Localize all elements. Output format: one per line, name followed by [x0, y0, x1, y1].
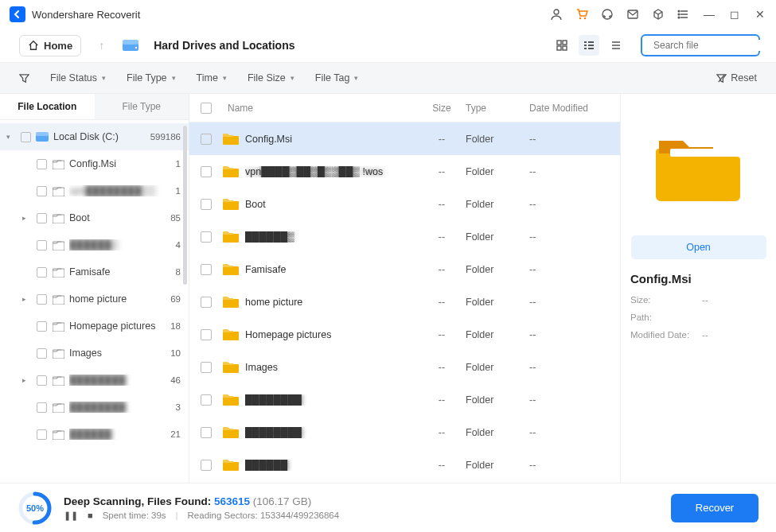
tree-item[interactable]: ▸home picture69	[0, 285, 189, 313]
tree-item[interactable]: ▸Boot85	[0, 204, 189, 231]
row-date: --	[529, 427, 609, 438]
view-list-button[interactable]	[606, 35, 626, 56]
window-close[interactable]: ✕	[754, 8, 766, 21]
tree-checkbox[interactable]	[37, 348, 47, 359]
col-type[interactable]: Type	[466, 103, 529, 114]
table-row[interactable]: home picture--Folder--	[189, 285, 620, 318]
tree-checkbox[interactable]	[37, 429, 47, 440]
row-checkbox[interactable]	[201, 231, 212, 243]
tree-item-count: 10	[170, 348, 181, 358]
row-checkbox[interactable]	[201, 427, 212, 438]
cart-icon[interactable]	[575, 8, 588, 21]
tree-checkbox[interactable]	[21, 132, 31, 142]
row-checkbox[interactable]	[201, 297, 212, 308]
row-type: Folder	[466, 166, 529, 177]
select-all-checkbox[interactable]	[201, 103, 212, 114]
row-name: ██████▒	[245, 231, 418, 243]
expand-icon[interactable]: ▸	[22, 214, 32, 222]
expand-icon[interactable]: ▸	[22, 376, 32, 384]
folder-outline-icon	[52, 239, 64, 251]
table-row[interactable]: ██████▒--Folder--	[189, 220, 620, 253]
menu-icon[interactable]	[677, 8, 690, 21]
tree-item-count: 46	[170, 375, 181, 385]
tree-checkbox[interactable]	[37, 402, 47, 413]
row-checkbox[interactable]	[201, 394, 212, 406]
table-row[interactable]: ████████--Folder--	[189, 416, 620, 449]
tree-item[interactable]: ▸████████46	[0, 367, 189, 394]
tree-checkbox[interactable]	[37, 375, 47, 386]
col-name[interactable]: Name	[212, 103, 418, 114]
row-checkbox[interactable]	[201, 264, 212, 275]
tree-checkbox[interactable]	[37, 321, 47, 332]
row-checkbox[interactable]	[201, 329, 212, 340]
table-row[interactable]: Boot--Folder--	[189, 188, 620, 220]
open-button[interactable]: Open	[631, 235, 766, 259]
recover-button[interactable]: Recover	[671, 494, 758, 522]
table-row[interactable]: ████████--Folder--	[189, 383, 620, 416]
home-button[interactable]: Home	[19, 35, 81, 56]
up-arrow-icon[interactable]: ↑	[99, 39, 104, 52]
svg-point-10	[135, 47, 137, 49]
tree-root[interactable]: ▾ Local Disk (C:) 599186	[0, 123, 189, 150]
row-size: --	[418, 329, 466, 340]
row-checkbox[interactable]	[201, 460, 212, 471]
tree-checkbox[interactable]	[37, 186, 47, 196]
table-row[interactable]: Famisafe--Folder--	[189, 253, 620, 285]
row-checkbox[interactable]	[201, 362, 212, 373]
tree-item[interactable]: Homepage pictures18	[0, 313, 189, 340]
stop-button[interactable]: ■	[88, 511, 93, 520]
tree-checkbox[interactable]	[37, 159, 47, 169]
table-row[interactable]: Images--Folder--	[189, 351, 620, 383]
tree-item-label: ████████	[69, 375, 167, 386]
spent-time: Spent time: 39s	[103, 511, 166, 520]
search-box[interactable]	[641, 34, 760, 56]
funnel-icon[interactable]	[19, 73, 29, 83]
tab-file-location[interactable]: File Location	[0, 94, 95, 119]
tree-checkbox[interactable]	[37, 267, 47, 278]
pause-button[interactable]: ❚❚	[64, 511, 78, 521]
filter-size[interactable]: File Size▾	[248, 72, 294, 83]
row-date: --	[529, 394, 609, 406]
row-checkbox[interactable]	[201, 166, 212, 177]
svg-point-6	[678, 14, 680, 15]
list-header: Name Size Type Date Modified	[189, 94, 620, 122]
preview-panel: Open Config.Msi Size:-- Path: Modified D…	[621, 94, 776, 483]
table-row[interactable]: Homepage pictures--Folder--	[189, 318, 620, 351]
search-input[interactable]	[653, 40, 773, 51]
table-row[interactable]: ██████--Folder--	[189, 449, 620, 481]
expand-icon[interactable]: ▸	[22, 295, 32, 303]
row-checkbox[interactable]	[201, 134, 212, 145]
tree-item[interactable]: Images10	[0, 340, 189, 367]
tree-item[interactable]: vpn████████▒▒1	[0, 177, 189, 204]
tree-item[interactable]: Config.Msi1	[0, 150, 189, 177]
reset-button[interactable]: Reset	[716, 72, 757, 83]
mail-icon[interactable]	[626, 8, 639, 21]
row-checkbox[interactable]	[201, 199, 212, 210]
cube-icon[interactable]	[652, 8, 665, 21]
progress-ring: 50%	[18, 491, 53, 526]
tree-checkbox[interactable]	[37, 294, 47, 305]
tab-file-type[interactable]: File Type	[95, 94, 189, 119]
filter-type[interactable]: File Type▾	[127, 72, 176, 83]
tree-item[interactable]: Famisafe8	[0, 258, 189, 285]
filter-tag[interactable]: File Tag▾	[315, 72, 359, 83]
table-row[interactable]: Config.Msi--Folder--	[189, 122, 620, 155]
chevron-down-icon[interactable]: ▾	[6, 133, 16, 141]
support-icon[interactable]	[601, 8, 614, 21]
view-detail-button[interactable]	[579, 35, 599, 56]
view-grid-button[interactable]	[552, 35, 572, 56]
filter-time[interactable]: Time▾	[197, 72, 227, 83]
tree-item[interactable]: ████████3	[0, 394, 189, 421]
window-minimize[interactable]: —	[703, 8, 716, 21]
tree-checkbox[interactable]	[37, 240, 47, 250]
col-size[interactable]: Size	[418, 103, 466, 114]
table-row[interactable]: vpn████▒██▒█▒▒██▒ !wos--Folder--	[189, 155, 620, 188]
scrollbar-handle[interactable]	[183, 126, 187, 285]
window-maximize[interactable]: ◻	[728, 8, 741, 21]
tree-checkbox[interactable]	[37, 213, 47, 223]
col-date[interactable]: Date Modified	[529, 103, 609, 114]
tree-item[interactable]: ██████▒4	[0, 231, 189, 258]
filter-status[interactable]: File Status▾	[50, 72, 106, 83]
tree-item[interactable]: ██████21	[0, 421, 189, 448]
account-icon[interactable]	[550, 8, 563, 21]
